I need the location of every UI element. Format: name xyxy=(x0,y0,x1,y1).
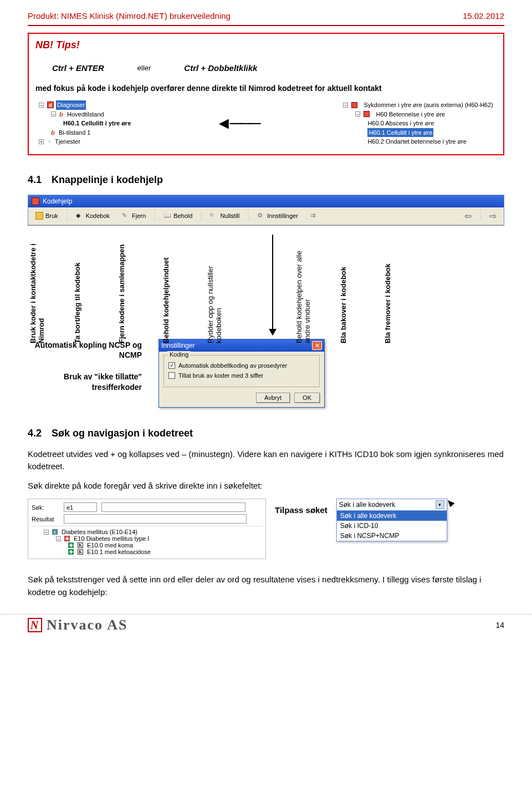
nirvaco-logo-icon: N xyxy=(28,618,42,632)
toolbar-back-button[interactable]: ⇦ xyxy=(459,209,477,223)
doc-header: Produkt: NIMES Klinisk (Nimrod.NET) bruk… xyxy=(28,11,504,21)
vlabel-kodebok: Ta bort/legg til kodebok xyxy=(73,232,117,346)
left-code-tree: −dDiagnoser −bHovedtilstand H60.1 Cellul… xyxy=(39,100,131,146)
section-4-1-heading: 4.1Knappelinje i kodehjelp xyxy=(28,174,504,186)
vlabel-back: Bla bakover i kodebok xyxy=(339,232,383,346)
page-number: 14 xyxy=(495,621,504,630)
kodehjelp-window: Kodehjelp Bruk ◆Kodebok ✎Fjern 📖Behold ⎚… xyxy=(28,195,504,226)
avbryt-button[interactable]: Avbryt xyxy=(256,393,290,403)
toolbar-nullstill-button[interactable]: ⎚Nullstill xyxy=(205,210,244,221)
transfer-arrow-icon: ◄─── xyxy=(215,114,259,133)
footer-brand: N Nirvaco AS xyxy=(28,617,127,633)
arrow-left-icon: ⇦ xyxy=(464,211,472,221)
toolbar-explanation-diagram: Bruk koder i kontaktkodetre i Nimrod Ta … xyxy=(28,229,504,346)
koding-fieldset: Koding ✓ Automatisk dobbeltkoding av pro… xyxy=(163,355,320,387)
innstillinger-dialog: Innstillinger ✕ Koding ✓ Automatisk dobb… xyxy=(158,339,325,408)
search-text-input[interactable] xyxy=(101,502,245,512)
chevron-down-icon: ▾ xyxy=(436,500,444,509)
chk-allow-3digit[interactable] xyxy=(168,372,175,379)
vlabel-behold: Behold kodehjelpvinduet xyxy=(162,232,206,346)
vlabel-bruk: Bruk koder i kontaktkodetre i Nimrod xyxy=(29,232,73,346)
kodehjelp-titlebar: Kodehjelp xyxy=(28,195,504,207)
koding-legend: Koding xyxy=(167,351,191,358)
vlabel-forward: Bla fremover i kodebok xyxy=(383,232,428,346)
section-4-2-p1: Kodetreet utvides ved + og kollapses ved… xyxy=(28,448,504,473)
shortcut-ctrl-dblclick: Ctrl + Dobbeltklikk xyxy=(184,63,257,73)
toolbar-behold-button[interactable]: 📖Behold xyxy=(158,210,197,221)
chk-allow-3digit-label: Tillat bruk av koder med 3 siffer xyxy=(178,372,263,379)
vlabel-pin: Behold kodehjelpen over alle andre vindu… xyxy=(295,232,339,346)
page-footer: N Nirvaco AS 14 xyxy=(0,614,532,639)
shortcut-ctrl-enter: Ctrl + ENTER xyxy=(52,63,104,73)
section-4-2-heading: 4.2Søk og navigasjon i kodetreet xyxy=(28,428,504,439)
bruk-icon xyxy=(35,212,43,220)
dropdown-current: Søk i alle kodeverk xyxy=(339,501,395,509)
tip-nb: NB! Tips! xyxy=(35,39,497,51)
chk-auto-doublecode[interactable]: ✓ xyxy=(168,362,175,369)
kodehjelp-toolbar: Bruk ◆Kodebok ✎Fjern 📖Behold ⎚Nullstill … xyxy=(28,207,504,225)
dropdown-item[interactable]: Søk i ICD-10 xyxy=(337,521,447,531)
tilpass-soket-label: Tilpass søket xyxy=(275,499,328,515)
right-code-tree: − Sykdommer i ytre øre (auris externa) (… xyxy=(343,100,493,146)
tip-shortcuts: Ctrl + ENTER eller Ctrl + Dobbeltklikk xyxy=(35,63,497,73)
chk-auto-doublecode-label: Automatisk dobbeltkoding av prosedyrer xyxy=(178,362,287,369)
header-rule xyxy=(28,25,504,26)
search-panel: Søk: Resultat −iDiabetes mellitus (E10-E… xyxy=(28,499,266,559)
kodehjelp-title: Kodehjelp xyxy=(43,197,72,205)
toolbar-fjern-button[interactable]: ✎Fjern xyxy=(117,210,151,221)
search-label: Søk: xyxy=(32,504,59,511)
behold-icon: 📖 xyxy=(163,212,171,220)
ok-button[interactable]: OK xyxy=(294,393,320,403)
section-4-2-p2: Søk direkte på kode foregår ved å skrive… xyxy=(28,480,504,493)
vlabel-fjern: Fjern kodene i samlemappen xyxy=(117,232,162,346)
vlabel-nullstill: Rydder opp og nullstiller kodeboken xyxy=(206,232,250,346)
doc-product: Produkt: NIMES Klinisk (Nimrod.NET) bruk… xyxy=(28,11,231,21)
kodebok-icon: ◆ xyxy=(76,212,84,220)
toolbar-forward-button[interactable]: ⇨ xyxy=(484,209,502,223)
innstillinger-icon: ⚙ xyxy=(257,212,265,220)
doc-date: 15.02.2012 xyxy=(463,11,504,21)
fjern-icon: ✎ xyxy=(122,212,130,220)
dropdown-item[interactable]: Søk i NCSP+NCMP xyxy=(337,531,447,541)
dropdown-item[interactable]: Søk i alle kodeverk xyxy=(337,511,447,521)
nullstill-icon: ⎚ xyxy=(210,212,218,220)
result-label: Resultat xyxy=(32,516,59,522)
toolbar-pin-button[interactable]: ⇉ xyxy=(305,210,323,221)
search-code-input[interactable] xyxy=(64,502,97,512)
toolbar-bruk-button[interactable]: Bruk xyxy=(30,210,63,221)
section-4-2-p3: Søk på tekststrenger ved å sette inn ord… xyxy=(28,573,504,598)
shortcut-or: eller xyxy=(137,64,151,72)
result-field[interactable] xyxy=(64,514,247,524)
search-scope-dropdown[interactable]: Søk i alle kodeverk ▾ Søk i alle kodever… xyxy=(336,499,447,541)
search-screenshot: Søk: Resultat −iDiabetes mellitus (E10-E… xyxy=(28,499,504,559)
innstillinger-side-labels: Automatisk kopling NCSP og NCMP Bruk av … xyxy=(25,340,142,404)
search-result-tree: −iDiabetes mellitus (E10-E14) −✚E10 Diab… xyxy=(32,526,262,555)
toolbar-kodebok-button[interactable]: ◆Kodebok xyxy=(71,210,115,221)
innstillinger-arrow-icon xyxy=(250,232,295,349)
toolbar-innstillinger-button[interactable]: ⚙Innstillinger xyxy=(252,210,303,221)
kodehjelp-app-icon xyxy=(32,197,39,205)
tip-description: med fokus på kode i kodehjelp overfører … xyxy=(35,84,497,93)
arrow-right-icon: ⇨ xyxy=(489,211,497,221)
pin-icon: ⇉ xyxy=(310,212,318,220)
tip-box: NB! Tips! Ctrl + ENTER eller Ctrl + Dobb… xyxy=(28,33,504,155)
